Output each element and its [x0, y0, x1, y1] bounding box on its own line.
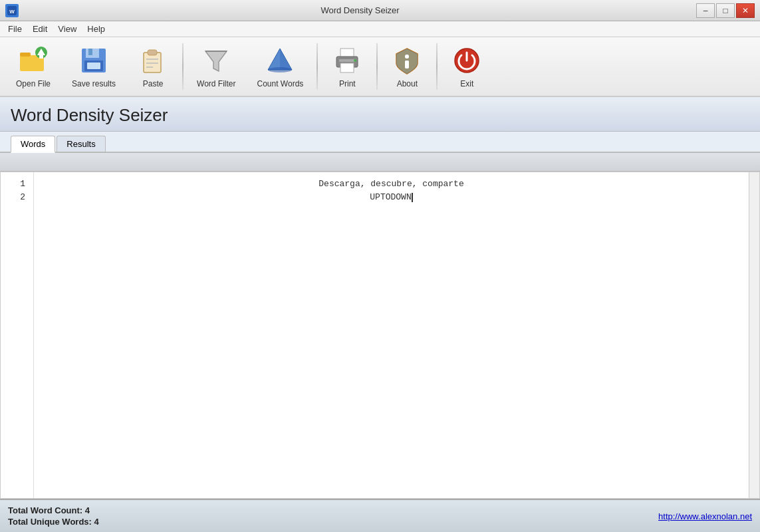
- editor-container: 1 2 Descarga, descubre, comparte UPTODOW…: [0, 172, 760, 499]
- save-results-label: Save results: [72, 79, 116, 88]
- paste-label: Paste: [143, 79, 164, 88]
- menu-help[interactable]: Help: [82, 23, 110, 35]
- menu-bar: File Edit View Help: [0, 21, 760, 37]
- sub-toolbar: [0, 153, 760, 172]
- count-words-label: Count Words: [257, 79, 304, 88]
- word-filter-button[interactable]: Word Filter: [186, 41, 246, 92]
- close-button[interactable]: ✕: [736, 3, 755, 18]
- paste-button[interactable]: Paste: [126, 41, 180, 92]
- menu-file[interactable]: File: [3, 23, 27, 35]
- line-number-1: 1: [3, 178, 31, 191]
- save-results-icon: [78, 45, 110, 76]
- exit-label: Exit: [460, 79, 473, 88]
- toolbar-sep-1: [182, 43, 184, 90]
- editor-line-1: Descarga, descubre, comparte: [39, 178, 743, 191]
- exit-button[interactable]: Exit: [440, 41, 493, 92]
- svg-rect-6: [39, 55, 43, 59]
- line-numbers: 1 2: [1, 172, 34, 498]
- editor-content[interactable]: Descarga, descubre, comparte UPTODOWN: [34, 172, 749, 498]
- svg-rect-28: [339, 59, 355, 62]
- text-cursor: [412, 193, 413, 202]
- about-icon: [391, 45, 423, 76]
- count-words-button[interactable]: Count Words: [247, 41, 315, 92]
- svg-rect-14: [148, 50, 157, 55]
- toolbar: Open File Save results: [0, 37, 760, 97]
- word-filter-icon: [200, 45, 232, 76]
- status-left: Total Word Count: 4 Total Unique Words: …: [8, 505, 99, 527]
- window-title: Word Density Seizer: [24, 5, 696, 15]
- editor-line-2-text: UPTODOWN: [370, 192, 411, 202]
- app-icon: W: [5, 4, 19, 17]
- website-link[interactable]: http://www.alexnolan.net: [658, 511, 752, 521]
- tabs-container: Words Results: [0, 132, 760, 153]
- status-bar: Total Word Count: 4 Total Unique Words: …: [0, 499, 760, 532]
- editor-line-1-text: Descarga, descubre, comparte: [318, 179, 463, 189]
- svg-rect-11: [87, 63, 100, 69]
- scrollbar-right[interactable]: [749, 172, 759, 498]
- menu-view[interactable]: View: [53, 23, 82, 35]
- svg-rect-27: [340, 63, 354, 72]
- editor-line-2: UPTODOWN: [39, 191, 743, 204]
- paste-icon: [137, 45, 169, 76]
- svg-point-29: [354, 59, 356, 62]
- svg-rect-9: [88, 49, 92, 55]
- minimize-button[interactable]: –: [696, 3, 715, 18]
- svg-rect-33: [405, 61, 409, 68]
- toolbar-sep-2: [317, 43, 318, 90]
- toolbar-sep-4: [436, 43, 438, 90]
- tab-results[interactable]: Results: [57, 136, 105, 152]
- app-header: Word Density Seizer: [0, 97, 760, 132]
- svg-text:W: W: [9, 9, 15, 15]
- app-title: Word Density Seizer: [11, 105, 749, 126]
- menu-edit[interactable]: Edit: [27, 23, 53, 35]
- about-label: About: [397, 79, 418, 88]
- print-label: Print: [339, 79, 356, 88]
- word-filter-label: Word Filter: [197, 79, 235, 88]
- unique-words-status: Total Unique Words: 4: [8, 517, 99, 527]
- svg-point-23: [268, 67, 292, 72]
- print-icon: [331, 45, 363, 76]
- save-results-button[interactable]: Save results: [61, 41, 126, 92]
- svg-point-32: [405, 55, 409, 59]
- exit-icon: [451, 45, 483, 76]
- maximize-button[interactable]: □: [716, 3, 735, 18]
- title-bar: W Word Density Seizer – □ ✕: [0, 0, 760, 21]
- tab-words[interactable]: Words: [11, 136, 55, 153]
- window-controls: – □ ✕: [696, 3, 755, 18]
- count-words-icon: [264, 45, 296, 76]
- open-file-label: Open File: [16, 79, 51, 88]
- about-button[interactable]: About: [380, 41, 434, 92]
- toolbar-sep-3: [376, 43, 378, 90]
- svg-marker-18: [205, 51, 227, 71]
- open-file-button[interactable]: Open File: [5, 41, 61, 92]
- print-button[interactable]: Print: [320, 41, 374, 92]
- line-number-2: 2: [3, 191, 31, 204]
- word-count-status: Total Word Count: 4: [8, 505, 99, 515]
- open-file-icon: [17, 45, 49, 76]
- svg-rect-3: [20, 53, 31, 57]
